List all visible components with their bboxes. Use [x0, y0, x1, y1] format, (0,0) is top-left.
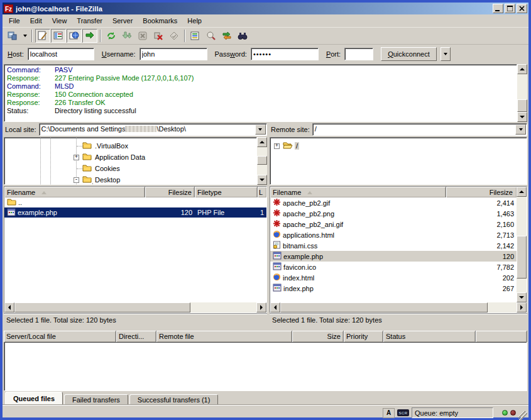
tree-item-virtualbox[interactable]: .VirtualBox [82, 140, 129, 152]
maximize-button[interactable] [505, 4, 515, 13]
list-item[interactable]: index.php 267 [270, 283, 517, 294]
column-header-filename[interactable]: Filename [270, 187, 446, 197]
menu-view[interactable]: View [47, 15, 72, 26]
local-file-list[interactable]: .. example.php 120 PHP File 1 [4, 197, 266, 302]
menu-help[interactable]: Help [182, 15, 207, 26]
tab-successful-transfers[interactable]: Successful transfers (1) [129, 394, 219, 405]
scroll-up-button[interactable] [517, 64, 527, 74]
username-input[interactable] [140, 48, 207, 60]
expand-icon[interactable]: + [274, 143, 280, 149]
remote-list-scrollbar[interactable] [517, 187, 527, 302]
menu-bookmarks[interactable]: Bookmarks [138, 15, 182, 26]
scroll-down-button[interactable] [517, 292, 527, 302]
horizontal-splitter[interactable] [3, 326, 528, 331]
tree-item-application-data[interactable]: Application Data [82, 152, 146, 163]
log-scrollbar[interactable] [517, 64, 527, 122]
remote-horizontal-scrollbar[interactable] [270, 302, 527, 312]
list-item-parent-dir[interactable]: .. [4, 197, 266, 207]
directory-filters-button[interactable] [188, 29, 203, 43]
column-header-server-local-file[interactable]: Server/Local file [4, 331, 116, 342]
quickconnect-button[interactable]: Quickconnect [381, 47, 437, 61]
scroll-right-button[interactable] [517, 302, 527, 312]
list-item[interactable]: apache_pb2.gif 2,414 [270, 197, 517, 208]
scroll-left-button[interactable] [4, 302, 14, 312]
remote-path-dropdown[interactable] [515, 124, 526, 135]
remote-tree[interactable]: + / [270, 137, 527, 185]
menu-edit[interactable]: Edit [25, 15, 47, 26]
list-item[interactable]: index.html 202 [270, 272, 517, 283]
menu-server[interactable]: Server [107, 15, 138, 26]
tab-failed-transfers[interactable]: Failed transfers [64, 394, 128, 405]
expand-icon[interactable]: + [74, 155, 79, 160]
reconnect-button[interactable] [167, 29, 182, 43]
list-item[interactable]: applications.html 2,713 [270, 229, 517, 240]
close-button[interactable] [517, 4, 527, 13]
scrollbar-thumb[interactable] [517, 236, 527, 279]
speedlimit-indicator-icon[interactable]: SCR [397, 409, 409, 416]
message-log-box[interactable]: Command:PASV Response:227 Entering Passi… [4, 64, 517, 122]
scrollbar-thumb[interactable] [257, 156, 267, 165]
tree-item-cookies[interactable]: Cookies [82, 163, 121, 174]
scroll-down-button[interactable] [517, 112, 527, 122]
toggle-transfer-queue-button[interactable] [82, 29, 97, 43]
local-horizontal-scrollbar[interactable] [4, 302, 266, 312]
tab-queued-files[interactable]: Queued files [5, 392, 63, 405]
list-item-example-php[interactable]: example.php 120 [270, 251, 517, 262]
queue-body[interactable] [4, 342, 527, 391]
synchronized-browsing-button[interactable] [219, 29, 234, 43]
column-header-remote-file[interactable]: Remote file [156, 331, 292, 342]
scroll-right-button[interactable] [256, 302, 266, 312]
column-header-priority[interactable]: Priority [344, 331, 383, 342]
cancel-operation-button[interactable] [135, 29, 150, 43]
column-header-size[interactable]: Size [292, 331, 344, 342]
scroll-down-button[interactable] [257, 175, 267, 185]
scrollbar-thumb[interactable] [280, 302, 488, 312]
list-item[interactable]: apache_pb2_ani.gif 2,160 [270, 219, 517, 229]
column-header-filename[interactable]: Filename [4, 187, 145, 197]
local-path-dropdown[interactable] [255, 124, 266, 135]
process-queue-button[interactable] [119, 29, 134, 43]
column-header-direction[interactable]: Directi... [116, 331, 156, 342]
local-tree[interactable]: .VirtualBox + Application Data Cookies [4, 137, 257, 185]
toggle-remote-tree-button[interactable] [67, 29, 82, 43]
list-item[interactable]: apache_pb2.png 1,463 [270, 208, 517, 219]
scrollbar-thumb[interactable] [517, 99, 527, 112]
menu-file[interactable]: File [4, 15, 25, 26]
data-type-indicator-icon[interactable]: A [383, 408, 395, 418]
resize-grip[interactable] [518, 411, 527, 420]
scroll-up-button[interactable] [257, 137, 267, 147]
host-input[interactable] [28, 48, 94, 60]
local-site-combobox[interactable]: C:\Documents and Settings\Desktop\ [39, 123, 267, 136]
port-input[interactable] [344, 48, 373, 60]
compare-directories-button[interactable] [204, 29, 219, 43]
scrollbar-thumb[interactable] [14, 302, 190, 312]
quickconnect-dropdown[interactable] [441, 47, 451, 61]
disconnect-button[interactable] [151, 29, 166, 43]
column-header-filesize[interactable]: Filesize [145, 187, 195, 197]
column-header-filetype[interactable]: Filetype [195, 187, 258, 197]
list-item[interactable]: bitnami.css 2,142 [270, 240, 517, 251]
menu-transfer[interactable]: Transfer [72, 15, 107, 26]
toggle-message-log-button[interactable] [35, 29, 50, 43]
password-input[interactable] [251, 48, 319, 60]
tree-item-desktop[interactable]: Desktop [82, 174, 121, 185]
remote-file-list[interactable]: apache_pb2.gif 2,414 apache_pb2.png 1,46… [270, 197, 517, 302]
refresh-button[interactable] [104, 29, 119, 43]
collapse-icon[interactable]: - [74, 177, 79, 183]
list-item[interactable]: favicon.ico 7,782 [270, 262, 517, 272]
column-header-status[interactable]: Status [383, 331, 476, 342]
local-tree-scrollbar[interactable] [257, 137, 267, 185]
tree-item-root[interactable]: / [283, 140, 299, 152]
column-header-filesize[interactable]: Filesize [446, 187, 517, 197]
close-icon [519, 6, 525, 11]
toggle-local-tree-button[interactable] [51, 29, 66, 43]
scroll-up-button[interactable] [517, 187, 527, 197]
minimize-button[interactable] [493, 4, 503, 13]
list-item-example-php[interactable]: example.php 120 PHP File 1 [4, 207, 266, 218]
find-files-button[interactable] [235, 29, 250, 43]
scroll-left-button[interactable] [270, 302, 280, 312]
site-manager-button[interactable] [5, 29, 20, 43]
site-manager-dropdown[interactable] [21, 29, 29, 43]
remote-site-combobox[interactable]: / [312, 123, 527, 136]
column-header-lastmodified[interactable]: L [258, 187, 266, 197]
